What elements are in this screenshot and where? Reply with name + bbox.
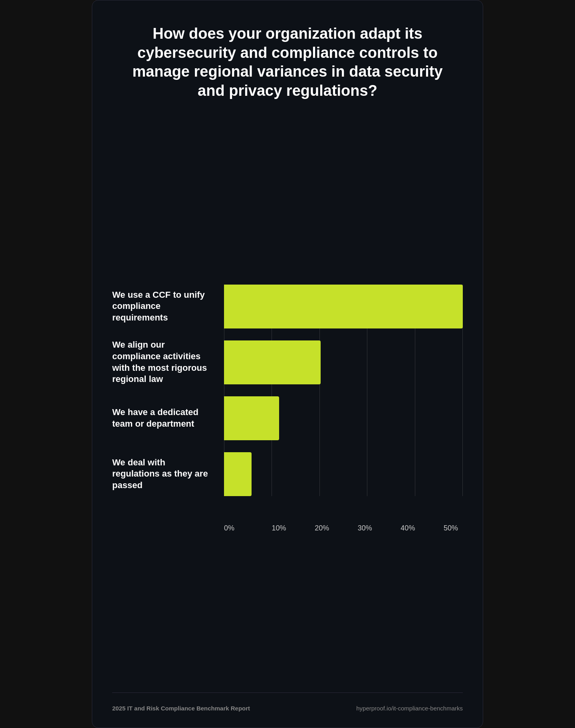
chart-container: We use a CCF to unify compliance require… [112, 285, 463, 520]
bar-fill-3 [224, 452, 252, 496]
x-axis-label-1: 10% [267, 524, 291, 532]
bar-fill-0 [224, 285, 463, 328]
bar-label-0: We use a CCF to unify compliance require… [112, 289, 218, 324]
bar-fill-2 [224, 396, 279, 440]
x-axis-label-3: 30% [353, 524, 377, 532]
report-card: How does your organization adapt its cyb… [92, 0, 483, 728]
bar-label-1: We align our compliance activities with … [112, 339, 218, 385]
bar-row-3: We deal with regulations as they are pas… [224, 452, 463, 496]
bars-container: We use a CCF to unify compliance require… [224, 285, 463, 496]
footer: 2025 IT and Risk Compliance Benchmark Re… [112, 692, 463, 712]
bar-fill-1 [224, 340, 321, 384]
x-axis-label-4: 40% [396, 524, 420, 532]
footer-url: hyperproof.io/it-compliance-benchmarks [356, 705, 463, 712]
chart-area: We use a CCF to unify compliance require… [112, 124, 463, 692]
bar-track-3 [224, 452, 463, 496]
chart-title: How does your organization adapt its cyb… [112, 24, 463, 100]
footer-report-name: 2025 IT and Risk Compliance Benchmark Re… [112, 705, 250, 712]
bar-label-2: We have a dedicated team or department [112, 407, 218, 429]
bar-track-1 [224, 340, 463, 384]
bar-track-0 [224, 285, 463, 328]
bar-label-3: We deal with regulations as they are pas… [112, 457, 218, 491]
bar-row-0: We use a CCF to unify compliance require… [224, 285, 463, 328]
x-axis: 0%10%20%30%40%50% [224, 524, 463, 532]
x-axis-label-0: 0% [224, 524, 248, 532]
bar-row-2: We have a dedicated team or department [224, 396, 463, 440]
bar-row-1: We align our compliance activities with … [224, 340, 463, 384]
x-axis-label-5: 50% [439, 524, 463, 532]
x-axis-label-2: 20% [310, 524, 334, 532]
bar-track-2 [224, 396, 463, 440]
